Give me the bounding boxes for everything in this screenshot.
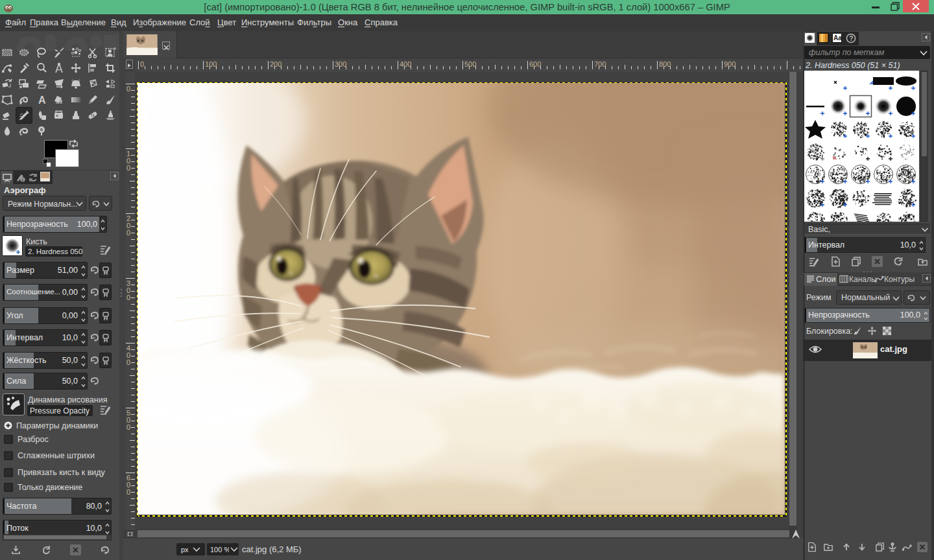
svg-text:A: A: [38, 95, 46, 106]
svg-text:i: i: [22, 178, 23, 182]
svg-text:?: ?: [849, 35, 853, 42]
